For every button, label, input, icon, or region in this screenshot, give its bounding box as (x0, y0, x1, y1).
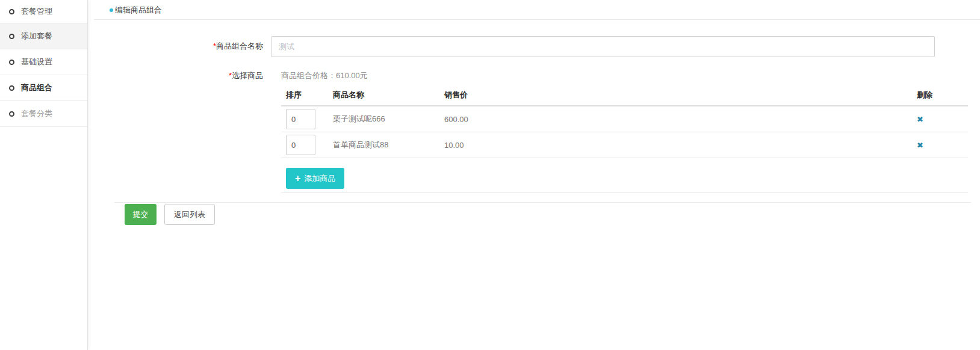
page-title: 编辑商品组合 (110, 5, 162, 16)
page-title-text: 编辑商品组合 (115, 5, 162, 16)
column-header-delete: 删除 (912, 85, 968, 106)
delete-product-icon[interactable]: ✖ (917, 141, 923, 150)
circle-icon (9, 60, 14, 65)
sidebar-item-label: 套餐管理 (21, 6, 52, 17)
combo-name-label: *商品组合名称 (179, 41, 263, 52)
product-name-cell: 首单商品测试88 (328, 132, 439, 158)
sort-cell (281, 132, 328, 158)
column-header-sort: 排序 (281, 85, 328, 106)
table-row: 栗子测试呢666 600.00 ✖ (281, 106, 968, 132)
product-name-cell: 栗子测试呢666 (328, 106, 439, 132)
column-header-sale-price: 销售价 (439, 85, 912, 106)
sidebar-item-add-combo[interactable]: 添加套餐 (0, 23, 87, 49)
circle-icon (9, 85, 14, 91)
submit-button[interactable]: 提交 (125, 204, 157, 225)
circle-icon (9, 111, 14, 117)
circle-icon (9, 9, 14, 14)
sidebar-item-combo-category[interactable]: 套餐分类 (0, 101, 87, 127)
circle-icon (9, 34, 14, 39)
sidebar-menu: 套餐管理 添加套餐 基础设置 商品组合 套餐分类 (0, 0, 87, 127)
sort-order-input[interactable] (286, 135, 315, 155)
sidebar-item-label: 套餐分类 (21, 108, 52, 119)
delete-product-icon[interactable]: ✖ (917, 115, 923, 124)
column-header-product-name: 商品名称 (328, 85, 439, 106)
products-table: 排序 商品名称 销售价 删除 栗子测试呢666 600.00 ✖ (281, 85, 968, 193)
delete-cell: ✖ (912, 106, 968, 132)
divider (114, 202, 971, 203)
sidebar-item-label: 基础设置 (21, 57, 52, 67)
plus-icon: + (295, 174, 300, 183)
sidebar: 套餐管理 添加套餐 基础设置 商品组合 套餐分类 (0, 0, 88, 350)
divider (94, 19, 980, 20)
sidebar-item-label: 商品组合 (21, 82, 52, 93)
circle-icon (110, 8, 113, 12)
sidebar-item-basic-settings[interactable]: 基础设置 (0, 49, 87, 75)
table-header-row: 排序 商品名称 销售价 删除 (281, 85, 968, 106)
product-price-cell: 10.00 (439, 132, 912, 158)
back-to-list-button[interactable]: 返回列表 (164, 204, 215, 225)
product-price-cell: 600.00 (439, 106, 912, 132)
add-product-row: + 添加商品 (281, 158, 968, 193)
select-products-label: *选择商品 (179, 70, 263, 81)
combo-name-input[interactable] (271, 36, 935, 57)
products-table-container: 排序 商品名称 销售价 删除 栗子测试呢666 600.00 ✖ (281, 85, 968, 193)
sort-order-input[interactable] (286, 109, 315, 129)
add-product-button-label: 添加商品 (304, 173, 335, 184)
sort-cell (281, 106, 328, 132)
delete-cell: ✖ (912, 132, 968, 158)
table-row: 首单商品测试88 10.00 ✖ (281, 132, 968, 158)
sidebar-item-label: 添加套餐 (21, 31, 52, 41)
sidebar-item-combo-management[interactable]: 套餐管理 (0, 0, 87, 23)
sidebar-item-product-combination[interactable]: 商品组合 (0, 75, 87, 101)
add-product-button[interactable]: + 添加商品 (286, 168, 344, 189)
combo-price-text: 商品组合价格：610.00元 (281, 70, 368, 81)
main-content: 编辑商品组合 *商品组合名称 *选择商品 商品组合价格：610.00元 排序 商… (88, 0, 980, 350)
combo-price-value: 610.00元 (336, 71, 368, 80)
